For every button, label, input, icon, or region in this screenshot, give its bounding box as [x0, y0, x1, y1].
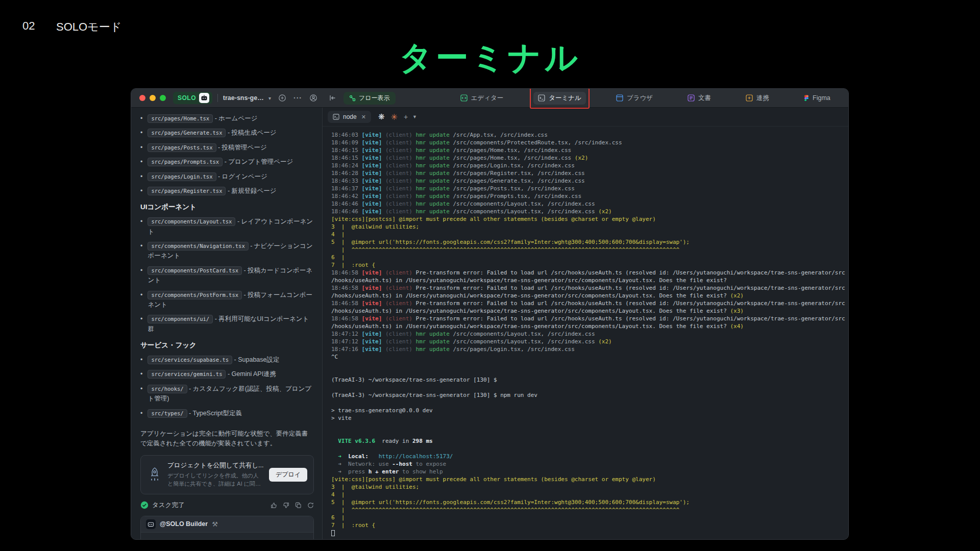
- terminal-line: 18:46:24 [vite] (client) hmr update /src…: [331, 162, 844, 169]
- terminal-line: /hooks/useAuth.ts) in /Users/yutanoguchi…: [331, 307, 844, 315]
- chevron-down-icon[interactable]: ▾: [268, 95, 271, 101]
- file-path-chip[interactable]: src/pages/Login.tsx: [148, 172, 216, 181]
- close-window-button[interactable]: [139, 95, 145, 101]
- file-path-chip[interactable]: src/services/supabase.ts: [148, 356, 232, 364]
- chat-input[interactable]: 現在、SOLO Builder とチャットしています: [141, 533, 313, 540]
- terminal-output[interactable]: 18:46:03 [vite] (client) hmr update /src…: [323, 127, 848, 539]
- terminal-line: 4 |: [331, 231, 844, 238]
- tab-editor[interactable]: エディター: [456, 92, 508, 105]
- thumbs-up-icon[interactable]: [271, 502, 277, 509]
- list-item: •src/pages/Login.tsx - ログインページ: [140, 172, 314, 182]
- tab-doc[interactable]: 文書: [683, 92, 716, 105]
- tab-label: ターミナル: [549, 94, 581, 103]
- terminal-line: 18:46:42 [vite] (client) hmr update /src…: [331, 192, 844, 200]
- flow-view-button[interactable]: フロー表示: [344, 92, 396, 105]
- terminal-line: (TraeAI-3) ~/workspace/trae-sns-generato…: [331, 376, 844, 384]
- terminal-line: ➜ Network: use --host to expose: [331, 460, 844, 468]
- window-titlebar: SOLO trae-sns-generat... ▾ ···: [131, 89, 848, 108]
- file-path-chip[interactable]: src/pages/Generate.tsx: [148, 129, 226, 137]
- project-name[interactable]: trae-sns-generat...: [223, 94, 266, 102]
- summary-text: アプリケーションは完全に動作可能な状態で、要件定義書で定義された全ての機能が実装…: [140, 429, 314, 449]
- file-path-chip[interactable]: src/hooks/: [148, 385, 187, 393]
- slide-section-label: SOLOモード: [56, 19, 121, 35]
- file-path-chip[interactable]: src/components/Layout.tsx: [148, 217, 235, 226]
- list-item: •src/components/ui/ - 再利用可能なUIコンポーネント群: [140, 314, 314, 334]
- terminal-line: 18:46:15 [vite] (client) hmr update /src…: [331, 146, 844, 154]
- terminal-tab-icon: [538, 94, 545, 102]
- add-terminal-icon[interactable]: +: [404, 113, 408, 121]
- app-window: SOLO trae-sns-generat... ▾ ···: [131, 88, 849, 540]
- list-item: •src/components/PostCard.tsx - 投稿カードコンポー…: [140, 266, 314, 286]
- agent-mention[interactable]: @SOLO Builder: [160, 520, 208, 528]
- robot-icon: [199, 93, 209, 103]
- terminal-tabbar: node ✕ ❋ ✳ + ▼: [323, 108, 848, 127]
- solo-mode-badge[interactable]: SOLO: [173, 92, 212, 104]
- file-description: - ログインページ: [216, 173, 267, 180]
- list-item: •src/pages/Prompts.tsx - プロンプト管理ページ: [140, 157, 314, 167]
- terminal-line: 18:46:28 [vite] (client) hmr update /src…: [331, 169, 844, 177]
- file-path-chip[interactable]: src/pages/Home.tsx: [148, 114, 213, 123]
- bullet: •: [140, 384, 142, 404]
- file-path-chip[interactable]: src/pages/Prompts.tsx: [148, 158, 223, 166]
- terminal-line: 18:46:58 [vite] (client) Pre-transform e…: [331, 284, 844, 292]
- titlebar-divider: [217, 94, 218, 102]
- file-path-chip[interactable]: src/components/ui/: [148, 315, 213, 323]
- new-chat-icon[interactable]: [278, 94, 286, 102]
- chat-sidebar: •src/pages/Home.tsx - ホームページ•src/pages/G…: [131, 108, 323, 539]
- file-path-chip[interactable]: src/components/PostForm.tsx: [148, 291, 242, 299]
- terminal-line: 4 |: [331, 491, 844, 498]
- more-icon[interactable]: ···: [293, 94, 302, 102]
- bullet: •: [140, 266, 142, 286]
- thumbs-down-icon[interactable]: [283, 502, 289, 509]
- terminal-line: /hooks/useAuth.ts) in /Users/yutanoguchi…: [331, 322, 844, 330]
- claude-logo-icon[interactable]: ✳: [391, 112, 398, 122]
- list-item: •src/components/Layout.tsx - レイアウトコンポーネン…: [140, 217, 314, 237]
- file-path-chip[interactable]: src/types/: [148, 409, 187, 418]
- refresh-icon[interactable]: [307, 502, 314, 509]
- collapse-panel-icon[interactable]: [329, 94, 336, 102]
- chevron-down-icon[interactable]: ▼: [412, 114, 417, 119]
- terminal-line: 18:46:37 [vite] (client) hmr update /src…: [331, 185, 844, 192]
- openai-logo-icon[interactable]: ❋: [378, 112, 385, 121]
- tab-browser[interactable]: ブラウザ: [611, 92, 657, 105]
- file-path-chip[interactable]: src/pages/Register.tsx: [148, 187, 226, 195]
- terminal-line: [331, 422, 844, 430]
- terminal-tab-node[interactable]: node ✕: [328, 111, 371, 123]
- terminal-line: [331, 430, 844, 437]
- terminal-line: 18:47:16 [vite] (client) hmr update /src…: [331, 345, 844, 353]
- file-description: - 新規登録ページ: [226, 187, 276, 194]
- doc-tab-icon: [688, 94, 695, 102]
- tab-link[interactable]: 連携: [741, 92, 774, 105]
- section-heading: UIコンポーネント: [140, 203, 314, 212]
- terminal-line: VITE v6.3.6 ready in 298 ms: [331, 437, 844, 445]
- terminal-line: 18:47:12 [vite] (client) hmr update /src…: [331, 330, 844, 338]
- terminal-tab-label: node: [343, 113, 357, 120]
- terminal-line: (TraeAI-3) ~/workspace/trae-sns-generato…: [331, 391, 844, 399]
- terminal-line: > vite: [331, 414, 844, 422]
- tab-figma[interactable]: Figma: [799, 92, 835, 104]
- bullet: •: [140, 217, 142, 237]
- list-item: •src/types/ - TypeScript型定義: [140, 409, 314, 418]
- maximize-window-button[interactable]: [160, 95, 166, 101]
- tab-terminal[interactable]: ターミナル: [533, 92, 586, 105]
- tab-label: Figma: [813, 94, 830, 102]
- copy-icon[interactable]: [295, 502, 302, 509]
- terminal-line: 7 | :root {: [331, 261, 844, 269]
- tools-icon[interactable]: ⚒: [212, 520, 218, 528]
- file-path-chip[interactable]: src/components/Navigation.tsx: [148, 242, 248, 251]
- terminal-line: ➜ press h + enter to show help: [331, 468, 844, 475]
- file-path-chip[interactable]: src/pages/Posts.tsx: [148, 143, 216, 152]
- file-path-chip[interactable]: src/services/gemini.ts: [148, 370, 226, 379]
- terminal-line: 3 | @tailwind utilities;: [331, 483, 844, 491]
- deploy-button[interactable]: デプロイ: [269, 468, 307, 482]
- terminal-icon: [333, 114, 339, 120]
- file-path-chip[interactable]: src/components/PostCard.tsx: [148, 266, 242, 275]
- terminal-line: [331, 529, 844, 537]
- terminal-line: 18:46:46 [vite] (client) hmr update /src…: [331, 200, 844, 208]
- minimize-window-button[interactable]: [150, 95, 156, 101]
- account-icon[interactable]: [309, 94, 317, 102]
- terminal-line: [vite:css][postcss] @import must precede…: [331, 475, 844, 483]
- list-item: •src/hooks/ - カスタムフック群(認証、投稿、プロンプト管理): [140, 384, 314, 404]
- list-item: •src/components/PostForm.tsx - 投稿フォームコンポ…: [140, 290, 314, 310]
- close-icon[interactable]: ✕: [361, 114, 366, 120]
